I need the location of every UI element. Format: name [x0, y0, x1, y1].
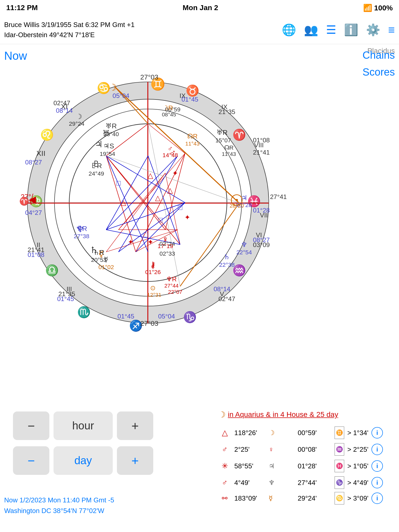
svg-text:14°48: 14°48 — [162, 152, 178, 158]
svg-text:△: △ — [121, 198, 126, 207]
gear-icon[interactable]: ⚙️ — [366, 23, 380, 37]
svg-text:03°09: 03°09 — [253, 241, 270, 248]
info-button-5[interactable]: i — [371, 493, 383, 504]
globe-icon[interactable]: 🌐 — [282, 23, 296, 37]
legend-row-1: △ 118°26' ☽ 00°59' ♊ > 1°34' i — [218, 425, 395, 441]
svg-text:♏: ♏ — [77, 306, 91, 319]
svg-text:27°03: 27°03 — [140, 320, 158, 327]
svg-text:21°35: 21°35 — [218, 108, 235, 115]
svg-text:△: △ — [155, 194, 161, 202]
day-controls: − day + — [13, 446, 153, 475]
svg-text:01°08: 01°08 — [28, 251, 44, 258]
svg-text:15°07: 15°07 — [215, 137, 231, 144]
svg-text:11°43: 11°43 — [222, 151, 236, 157]
svg-text:□: □ — [116, 179, 121, 187]
svg-text:♄: ♄ — [224, 253, 230, 261]
chart-container: ♊ ♋ ♌ ♍ ♎ ♏ ♐ ♑ ♒ ♓ ♈ ♉ — [5, 60, 278, 345]
svg-text:22°54: 22°54 — [236, 249, 252, 256]
hour-plus-button[interactable]: + — [117, 411, 153, 440]
hour-controls: − hour + — [13, 411, 153, 440]
info-button-4[interactable]: i — [371, 477, 383, 488]
status-bar: 11:12 PM Mon Jan 2 📶 100% — [0, 0, 399, 16]
legend-row-4: ♂ 4°49' ♆ 27°44' ♑ > 4°49' i — [218, 475, 395, 490]
now-date-line: Now 1/2/2023 Mon 11:40 PM Gmt -5 — [4, 495, 114, 506]
people-icon[interactable]: 👥 — [304, 23, 318, 37]
battery-display: 📶 100% — [363, 4, 393, 12]
hour-minus-button[interactable]: − — [13, 411, 49, 440]
aspect-legend: ☽ in Aquarius & in 4 House & 25 day △ 11… — [218, 406, 395, 506]
svg-text:♇R: ♇R — [91, 162, 102, 170]
svg-text:♂: ♂ — [168, 145, 173, 152]
svg-text:21°41: 21°41 — [253, 149, 270, 156]
person-name: Bruce Willis 3/19/1955 Sat 6:32 PM Gmt +… — [4, 20, 282, 30]
header-info: Bruce Willis 3/19/1955 Sat 6:32 PM Gmt +… — [4, 20, 282, 40]
svg-text:01°26: 01°26 — [145, 269, 161, 275]
svg-text:☽R: ☽R — [163, 104, 173, 111]
svg-text:22°38: 22°38 — [219, 261, 235, 268]
svg-text:♈: ♈ — [232, 128, 246, 141]
svg-text:□: □ — [158, 216, 163, 224]
svg-text:23°40: 23°40 — [103, 131, 119, 137]
svg-text:28°20: 28°20 — [230, 203, 244, 209]
now-location-line: Washington DC 38°54'N 77°02'W — [4, 506, 114, 516]
info-button-3[interactable]: i — [371, 460, 383, 472]
header: Bruce Willis 3/19/1955 Sat 6:32 PM Gmt +… — [0, 16, 399, 44]
svg-text:01°02: 01°02 — [98, 264, 114, 270]
menu-icon[interactable]: ≡ — [388, 23, 395, 36]
svg-text:02°33: 02°33 — [159, 250, 175, 257]
svg-text:01°45: 01°45 — [182, 96, 198, 103]
svg-text:08°14: 08°14 — [214, 285, 230, 292]
svg-text:□: □ — [143, 230, 148, 239]
info-button-1[interactable]: i — [371, 427, 383, 438]
astro-chart: ♊ ♋ ♌ ♍ ♎ ♏ ♐ ♑ ♒ ♓ ♈ ♉ — [5, 60, 291, 345]
svg-text:♆: ♆ — [241, 241, 247, 249]
svg-text:12°31: 12°31 — [147, 292, 161, 298]
day-plus-button[interactable]: + — [117, 446, 153, 475]
svg-text:♃S: ♃S — [103, 142, 114, 150]
list-view-icon[interactable]: ☰ — [326, 23, 336, 36]
svg-text:♅R: ♅R — [216, 129, 228, 136]
svg-text:⊙: ⊙ — [150, 284, 156, 291]
legend-row-2: ♂ 2°25' ♀ 00°08' ♒ > 2°25' i — [218, 442, 395, 457]
svg-text:27°44: 27°44 — [164, 283, 179, 289]
svg-text:01°45: 01°45 — [57, 295, 74, 302]
wifi-icon: 📶 — [363, 4, 372, 12]
svg-point-50 — [236, 199, 238, 201]
svg-text:✦: ✦ — [184, 214, 190, 221]
svg-text:29°24: 29°24 — [69, 120, 84, 127]
svg-text:24°49: 24°49 — [89, 170, 104, 177]
legend-row-5: ⚯ 183°09' ☿ 29°24' ♋ > 3°09' i — [218, 491, 395, 505]
svg-text:☽: ☽ — [109, 82, 117, 93]
legend-row-3: ✳ 58°55' ♃ 01°28' ♓ > 1°05' i — [218, 458, 395, 474]
svg-text:⚷: ⚷ — [150, 262, 156, 269]
date-display: Mon Jan 2 — [183, 4, 218, 12]
svg-text:✦: ✦ — [128, 238, 134, 246]
svg-text:♃: ♃ — [95, 139, 103, 149]
svg-text:04°27: 04°27 — [25, 209, 42, 216]
svg-text:♆R: ♆R — [76, 225, 87, 232]
svg-text:02°47: 02°47 — [218, 295, 235, 302]
chains-button[interactable]: Chains — [362, 49, 395, 61]
info-button-2[interactable]: i — [371, 444, 383, 455]
info-icon[interactable]: ℹ️ — [344, 23, 358, 37]
svg-text:☊R: ☊R — [187, 133, 198, 140]
svg-text:♈⟨: ♈⟨ — [19, 196, 32, 206]
controls: − hour + − day + — [5, 411, 161, 475]
svg-text:☊R: ☊R — [224, 144, 234, 151]
bottom-info: Now 1/2/2023 Mon 11:40 PM Gmt -5 Washing… — [4, 495, 114, 516]
svg-text:01°45: 01°45 — [117, 313, 134, 320]
sidebar-right: Chains Scores — [362, 49, 395, 78]
legend-header: ☽ in Aquarius & in 4 House & 25 day — [218, 406, 395, 423]
svg-text:☿: ☿ — [104, 256, 108, 263]
time-display: 11:12 PM — [6, 4, 38, 12]
scores-button[interactable]: Scores — [362, 66, 395, 78]
svg-text:08°27: 08°27 — [25, 159, 42, 166]
day-minus-button[interactable]: − — [13, 446, 49, 475]
svg-text:♅R: ♅R — [105, 122, 117, 130]
svg-text:△: △ — [148, 171, 153, 179]
svg-text:♌: ♌ — [40, 128, 54, 141]
svg-text:02°24: 02°24 — [159, 240, 175, 247]
svg-text:♄R: ♄R — [93, 249, 104, 256]
svg-text:□: □ — [178, 203, 183, 211]
header-icons[interactable]: 🌐 👥 ☰ ℹ️ ⚙️ ≡ — [282, 23, 395, 37]
